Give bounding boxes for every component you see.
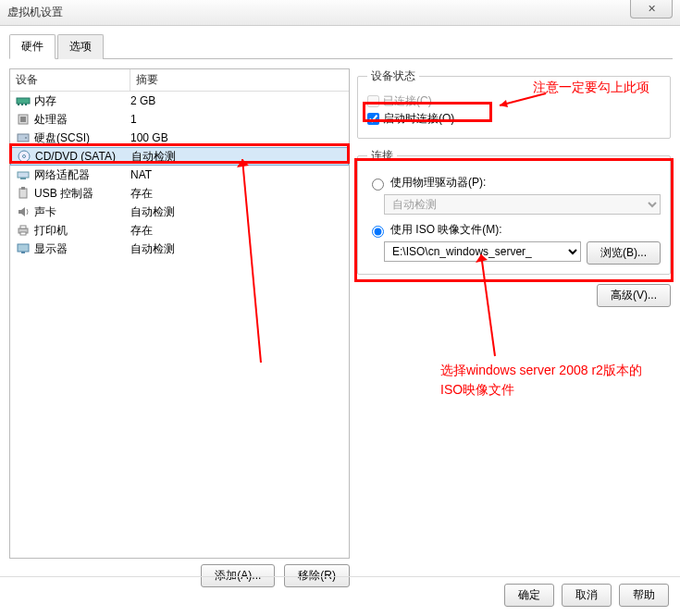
col-summary: 摘要 [130,69,349,91]
svg-rect-5 [20,117,26,122]
svg-rect-2 [21,104,23,105]
svg-rect-10 [18,172,29,178]
list-item[interactable]: USB 控制器 存在 [10,184,349,203]
hardware-list[interactable]: 设备 摘要 内存 2 GB 处理器 1 硬盘 [9,68,350,559]
item-label: 显示器 [34,241,130,257]
svg-line-24 [481,254,495,356]
physical-radio[interactable] [372,179,384,191]
connected-checkbox [367,95,379,107]
browse-button[interactable]: 浏览(B)... [587,241,661,265]
memory-icon [16,93,31,108]
physical-label: 使用物理驱动器(P): [390,175,486,191]
svg-rect-18 [18,244,29,252]
hardware-list-panel: 设备 摘要 内存 2 GB 处理器 1 硬盘 [9,68,350,587]
ok-button[interactable]: 确定 [504,584,554,607]
detail-panel: 设备状态 已连接(C) 启动时连接(O) 连接 使用物理驱动器(P): 自动检测 [357,68,671,587]
cd-icon [17,149,31,164]
poweron-checkbox-row[interactable]: 启动时连接(O) [367,111,661,127]
display-icon [16,241,31,256]
list-item[interactable]: 显示器 自动检测 [10,240,349,258]
close-button[interactable]: ✕ [630,0,673,18]
list-item[interactable]: 声卡 自动检测 [10,203,349,221]
annotation-arrow-mid [472,250,509,361]
titlebar: 虚拟机设置 ✕ [0,0,680,26]
list-item-selected[interactable]: CD/DVD (SATA) 自动检测 [10,147,349,166]
physical-radio-row[interactable]: 使用物理驱动器(P): [367,175,661,191]
list-item[interactable]: 硬盘(SCSI) 100 GB [10,129,349,147]
window-title: 虚拟机设置 [7,5,63,20]
connection-group: 连接 使用物理驱动器(P): 自动检测 使用 ISO 映像文件(M): E:\I… [357,148,671,275]
list-item[interactable]: 处理器 1 [10,110,349,129]
item-summary: 100 GB [130,131,349,144]
list-header: 设备 摘要 [10,69,349,92]
usb-icon [16,186,31,201]
svg-point-7 [25,137,27,139]
item-label: 声卡 [34,204,130,220]
svg-rect-6 [18,134,29,142]
iso-radio-row[interactable]: 使用 ISO 映像文件(M): [367,222,661,238]
device-status-legend: 设备状态 [367,68,419,84]
help-button[interactable]: 帮助 [619,584,669,607]
dialog-buttons: 确定 取消 帮助 [504,584,669,607]
cancel-button[interactable]: 取消 [562,584,612,607]
item-summary: 2 GB [130,94,349,107]
svg-rect-16 [20,226,26,228]
svg-rect-12 [19,189,27,198]
connected-label: 已连接(C) [383,93,432,109]
connection-legend: 连接 [367,148,397,164]
svg-marker-14 [19,207,25,216]
divider [0,576,680,577]
sound-icon [16,204,31,219]
disk-icon [16,130,31,145]
list-item[interactable]: 打印机 存在 [10,221,349,240]
item-label: 处理器 [34,112,130,128]
list-item[interactable]: 内存 2 GB [10,92,349,110]
cpu-icon [16,112,31,127]
annotation-arrow-top [495,89,550,107]
item-summary: 1 [130,113,349,126]
svg-rect-1 [18,104,19,105]
physical-combo: 自动检测 [384,194,661,215]
svg-line-22 [242,159,261,363]
svg-rect-19 [21,252,25,253]
list-item[interactable]: 网络适配器 NAT [10,166,349,184]
item-label: 硬盘(SCSI) [34,130,130,146]
printer-icon [16,223,31,238]
svg-rect-0 [17,98,30,104]
tab-hardware[interactable]: 硬件 [9,34,56,59]
annotation-text-mid: 选择windows server 2008 r2版本的ISO映像文件 [440,361,662,400]
svg-point-9 [23,155,26,158]
svg-rect-3 [25,104,27,105]
iso-label: 使用 ISO 映像文件(M): [390,222,502,238]
svg-marker-23 [237,159,249,167]
advanced-button[interactable]: 高级(V)... [597,284,671,307]
col-device: 设备 [10,69,130,91]
tab-options[interactable]: 选项 [57,34,104,59]
item-label: USB 控制器 [34,186,130,202]
svg-rect-17 [20,232,26,235]
svg-rect-13 [21,187,25,190]
item-label: 内存 [34,93,130,109]
item-label: 网络适配器 [34,167,130,183]
iso-radio[interactable] [372,226,384,238]
poweron-label: 启动时连接(O) [383,111,454,127]
tabs: 硬件 选项 [9,33,673,59]
svg-rect-11 [20,178,26,179]
item-label: 打印机 [34,223,130,239]
network-icon [16,167,31,182]
svg-marker-21 [500,100,508,107]
annotation-arrow-left [233,154,270,367]
item-label: CD/DVD (SATA) [35,150,131,163]
poweron-checkbox[interactable] [367,113,379,125]
